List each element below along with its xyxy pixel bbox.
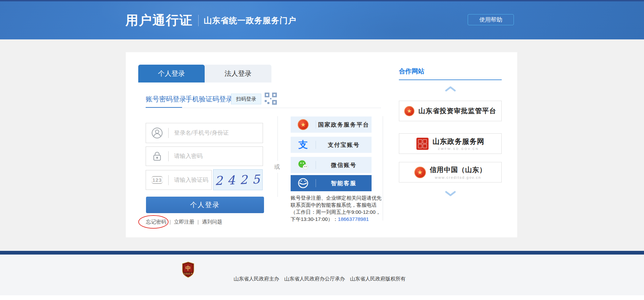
method-divider-line [146,108,381,108]
alipay-icon: 支 [291,138,316,151]
sso-wechat-button[interactable]: 微信账号 [291,157,372,173]
chevron-up-icon[interactable] [445,86,456,92]
forgot-password-link[interactable]: 忘记密码 [146,219,166,225]
username-input[interactable] [169,130,263,136]
qr-code-icon[interactable] [264,92,277,105]
page-background: 个人登录 法人登录 账号密码登录 手机验证码登录 扫码登录 [0,39,644,251]
footer-text-block: 山东省人民政府主办 山东省人民政府办公厅承办 山东省人民政府版权所有 政府网站识… [234,258,445,300]
header: 用户通行证 山东省统一政务服务门户 使用帮助 [0,1,644,39]
or-divider-line [277,116,278,197]
method-account-password[interactable]: 账号密码登录 [146,95,186,104]
method-qr-login[interactable]: 扫码登录 [231,94,261,104]
portal-subtitle: 山东省统一政务服务门户 [204,15,296,26]
robot-customer-service-icon [291,177,316,189]
tab-legal-login[interactable]: 法人登录 [205,65,271,82]
captcha-input[interactable] [169,177,211,184]
link-separator [198,220,198,225]
national-emblem-icon: ★ [414,167,426,178]
chevron-down-icon[interactable] [445,191,456,196]
sso-alipay-button[interactable]: 支 支付宝账号 [291,137,372,153]
captcha-digits: 2425 [211,172,265,188]
personal-login-button[interactable]: 个人登录 [146,197,264,213]
customer-service-note: 账号登录注册、企业绑定相关问题请优先联系页面中的智能客服系统，客服电话（工作日：… [291,194,385,223]
sso-smart-customer-service-button[interactable]: 智能客服 [291,175,372,191]
password-field [146,146,263,166]
partner-title-underline [399,79,502,80]
page-title: 用户通行证 [125,12,193,29]
svg-text:中: 中 [185,265,191,271]
help-button[interactable]: 使用帮助 [468,14,514,25]
government-badge-icon: 中 党政机关 [181,262,195,278]
username-field [146,123,263,143]
partner-sites-title: 合作网站 [399,67,425,76]
problem-link[interactable]: 遇到问题 [202,219,222,225]
brand: 用户通行证 山东省统一政务服务门户 [125,1,296,39]
or-text: 或 [273,161,281,173]
captcha-field: 123 [146,170,212,190]
badge-text-holder: 党政机关 [184,272,193,275]
register-link[interactable]: 立即注册 [174,219,194,225]
footer-line-1: 山东省人民政府主办 山东省人民政府办公厅承办 山东省人民政府版权所有 [234,274,445,283]
brand-divider [198,15,199,26]
wechat-icon [291,160,316,170]
footer-accent-bar [0,251,644,255]
footer: 中 党政机关 山东省人民政府主办 山东省人民政府办公厅承办 山东省人民政府版权所… [0,255,644,295]
tab-personal-login[interactable]: 个人登录 [138,65,205,82]
site-url-caption: www.creditsd.gov.cn [430,175,487,179]
national-emblem-icon: ★ [404,106,414,116]
service-phone-link[interactable]: 18663778981 [338,216,369,222]
partner-site-credit-china[interactable]: ★ 信用中国（山东） www.creditsd.gov.cn [399,162,502,182]
site-url-caption: ZWFW.SD.GOV.CN [433,147,485,151]
method-sms-code[interactable]: 手机验证码登录 [185,95,233,104]
sso-national-platform-button[interactable]: ★ 国家政务服务平台 [291,116,372,133]
captcha-image[interactable]: 2425 [213,169,263,190]
captcha-123-icon: 123 [146,176,168,184]
lock-icon [146,151,168,162]
login-card: 个人登录 法人登录 账号密码登录 手机验证码登录 扫码登录 [126,52,517,237]
red-seal-icon [416,138,429,150]
user-icon [146,127,168,139]
panel-divider-line [383,116,383,221]
partner-site-government-service[interactable]: 山东政务服务网 ZWFW.SD.GOV.CN [399,133,502,154]
password-input[interactable] [169,153,263,160]
link-separator [170,220,170,225]
helper-links: 忘记密码 立即注册 遇到问题 [146,219,222,225]
partner-site-investment-platform[interactable]: ★ 山东省投资审批监管平台 [399,101,502,121]
national-emblem-icon: ★ [291,119,316,130]
